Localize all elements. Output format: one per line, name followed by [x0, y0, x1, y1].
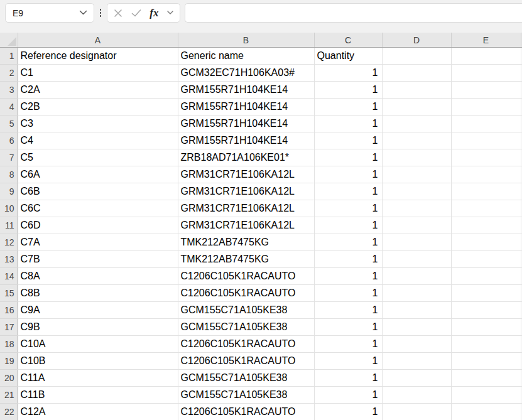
- cell-D3[interactable]: [382, 82, 451, 99]
- cell-E10[interactable]: [451, 200, 521, 217]
- row-header-4[interactable]: 4: [0, 99, 18, 116]
- column-header-A[interactable]: A: [18, 33, 178, 48]
- cell-E1[interactable]: [451, 48, 521, 65]
- cell-C13[interactable]: 1: [314, 251, 382, 268]
- cell-B15[interactable]: C1206C105K1RACAUTO: [178, 285, 314, 302]
- select-all-corner[interactable]: [0, 33, 18, 48]
- cell-B3[interactable]: GRM155R71H104KE14: [178, 82, 314, 99]
- cell-C9[interactable]: 1: [314, 183, 382, 200]
- cell-B1[interactable]: Generic name: [178, 48, 314, 65]
- row-header-12[interactable]: 12: [0, 234, 18, 251]
- cell-D7[interactable]: [382, 149, 451, 166]
- cell-A20[interactable]: C11A: [18, 370, 178, 387]
- cell-A6[interactable]: C4: [18, 132, 178, 149]
- cell-D15[interactable]: [382, 285, 451, 302]
- cell-A13[interactable]: C7B: [18, 251, 178, 268]
- cell-A12[interactable]: C7A: [18, 234, 178, 251]
- cell-C15[interactable]: 1: [314, 285, 382, 302]
- cell-C4[interactable]: 1: [314, 99, 382, 116]
- row-header-14[interactable]: 14: [0, 268, 18, 285]
- cell-E11[interactable]: [451, 217, 521, 234]
- cell-A2[interactable]: C1: [18, 65, 178, 82]
- cell-B19[interactable]: C1206C105K1RACAUTO: [178, 353, 314, 370]
- cell-A9[interactable]: C6B: [18, 183, 178, 200]
- cell-E7[interactable]: [451, 149, 521, 166]
- cell-E13[interactable]: [451, 251, 521, 268]
- cell-B12[interactable]: TMK212AB7475KG: [178, 234, 314, 251]
- cell-E14[interactable]: [451, 268, 521, 285]
- cell-D9[interactable]: [382, 183, 451, 200]
- cell-D22[interactable]: [382, 404, 451, 420]
- cell-D5[interactable]: [382, 116, 451, 132]
- cell-B4[interactable]: GRM155R71H104KE14: [178, 99, 314, 116]
- cell-E15[interactable]: [451, 285, 521, 302]
- cell-B14[interactable]: C1206C105K1RACAUTO: [178, 268, 314, 285]
- cell-C11[interactable]: 1: [314, 217, 382, 234]
- cell-D20[interactable]: [382, 370, 451, 387]
- cell-B18[interactable]: C1206C105K1RACAUTO: [178, 336, 314, 353]
- cell-A16[interactable]: C9A: [18, 302, 178, 319]
- row-header-6[interactable]: 6: [0, 132, 18, 149]
- fx-chevron-down-icon[interactable]: [167, 11, 173, 15]
- cell-B20[interactable]: GCM155C71A105KE38: [178, 370, 314, 387]
- row-header-18[interactable]: 18: [0, 336, 18, 353]
- row-header-21[interactable]: 21: [0, 387, 18, 404]
- cell-E16[interactable]: [451, 302, 521, 319]
- row-header-11[interactable]: 11: [0, 217, 18, 234]
- cell-C14[interactable]: 1: [314, 268, 382, 285]
- chevron-down-icon[interactable]: [79, 10, 87, 16]
- row-header-9[interactable]: 9: [0, 183, 18, 200]
- column-header-B[interactable]: B: [178, 33, 314, 48]
- cell-A1[interactable]: Reference designator: [18, 48, 178, 65]
- name-box[interactable]: E9: [5, 3, 94, 23]
- cell-A4[interactable]: C2B: [18, 99, 178, 116]
- cell-B22[interactable]: C1206C105K1RACAUTO: [178, 404, 314, 420]
- cell-C18[interactable]: 1: [314, 336, 382, 353]
- row-header-20[interactable]: 20: [0, 370, 18, 387]
- cell-D10[interactable]: [382, 200, 451, 217]
- cell-D14[interactable]: [382, 268, 451, 285]
- cell-D17[interactable]: [382, 319, 451, 336]
- row-header-10[interactable]: 10: [0, 200, 18, 217]
- cell-E12[interactable]: [451, 234, 521, 251]
- row-header-17[interactable]: 17: [0, 319, 18, 336]
- cell-E5[interactable]: [451, 116, 521, 132]
- cell-D4[interactable]: [382, 99, 451, 116]
- cell-C6[interactable]: 1: [314, 132, 382, 149]
- cell-A18[interactable]: C10A: [18, 336, 178, 353]
- cell-B2[interactable]: GCM32EC71H106KA03#: [178, 65, 314, 82]
- row-header-22[interactable]: 22: [0, 404, 18, 420]
- cell-E2[interactable]: [451, 65, 521, 82]
- row-header-1[interactable]: 1: [0, 48, 18, 65]
- cell-C2[interactable]: 1: [314, 65, 382, 82]
- cell-E17[interactable]: [451, 319, 521, 336]
- row-header-8[interactable]: 8: [0, 166, 18, 183]
- cell-A14[interactable]: C8A: [18, 268, 178, 285]
- cell-B21[interactable]: GCM155C71A105KE38: [178, 387, 314, 404]
- cell-E8[interactable]: [451, 166, 521, 183]
- cell-D2[interactable]: [382, 65, 451, 82]
- cell-D21[interactable]: [382, 387, 451, 404]
- cell-B16[interactable]: GCM155C71A105KE38: [178, 302, 314, 319]
- cell-C21[interactable]: 1: [314, 387, 382, 404]
- cancel-icon[interactable]: [114, 9, 122, 18]
- cell-B7[interactable]: ZRB18AD71A106KE01*: [178, 149, 314, 166]
- cell-A22[interactable]: C12A: [18, 404, 178, 420]
- row-header-15[interactable]: 15: [0, 285, 18, 302]
- cell-B11[interactable]: GRM31CR71E106KA12L: [178, 217, 314, 234]
- cell-A17[interactable]: C9B: [18, 319, 178, 336]
- row-header-13[interactable]: 13: [0, 251, 18, 268]
- row-header-16[interactable]: 16: [0, 302, 18, 319]
- cell-D18[interactable]: [382, 336, 451, 353]
- cell-D16[interactable]: [382, 302, 451, 319]
- cell-E6[interactable]: [451, 132, 521, 149]
- cell-A3[interactable]: C2A: [18, 82, 178, 99]
- cell-C10[interactable]: 1: [314, 200, 382, 217]
- cell-C7[interactable]: 1: [314, 149, 382, 166]
- cell-C3[interactable]: 1: [314, 82, 382, 99]
- cell-C1[interactable]: Quantity: [314, 48, 382, 65]
- cell-E19[interactable]: [451, 353, 521, 370]
- cell-B8[interactable]: GRM31CR71E106KA12L: [178, 166, 314, 183]
- cell-A7[interactable]: C5: [18, 149, 178, 166]
- cell-C12[interactable]: 1: [314, 234, 382, 251]
